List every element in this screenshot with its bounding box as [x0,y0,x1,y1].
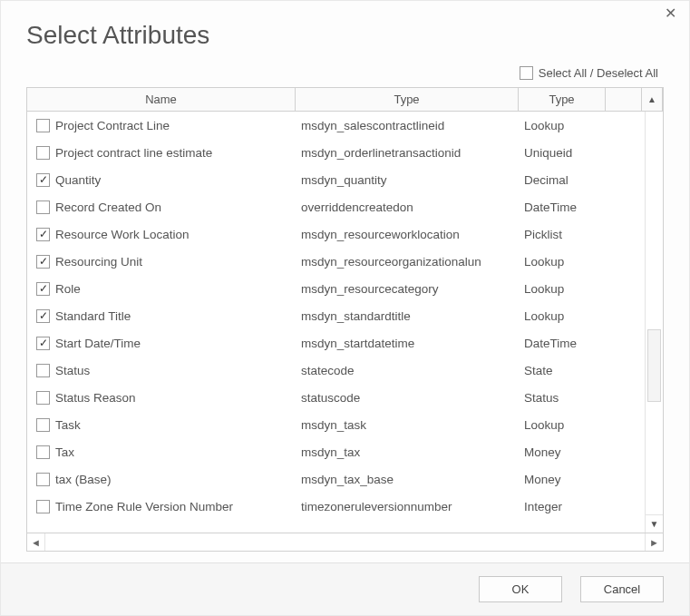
table-row[interactable]: Taxmsdyn_taxMoney [27,438,645,465]
vertical-scrollbar[interactable]: ▼ [645,112,663,533]
table-row[interactable]: Project Contract Linemsdyn_salescontract… [27,112,645,139]
row-type2: Lookup [519,255,606,269]
row-name-label: Task [55,418,81,432]
row-name-label: Resource Work Location [55,228,190,241]
row-type2: Integer [519,500,606,513]
row-type1: msdyn_resourceworklocation [296,228,519,241]
scroll-down-button[interactable]: ▼ [646,514,663,533]
row-checkbox[interactable] [36,255,50,269]
row-checkbox[interactable] [36,337,50,350]
scroll-right-button[interactable]: ► [645,533,663,551]
row-type2: DateTime [519,337,606,350]
row-name-label: Record Created On [55,200,161,214]
row-type1: overriddencreatedon [296,200,519,214]
table-row[interactable]: tax (Base)msdyn_tax_baseMoney [27,465,645,493]
row-type1: statuscode [296,391,519,405]
dialog-title: Select Attributes [1,1,689,63]
row-checkbox[interactable] [36,146,50,160]
select-all-row: Select All / Deselect All [1,63,689,87]
table-row[interactable]: Project contract line estimatemsdyn_orde… [27,139,645,166]
dialog-footer: OK Cancel [1,562,689,615]
row-type2: Lookup [519,282,606,296]
row-name-label: Role [55,282,81,296]
table-row[interactable]: Time Zone Rule Version Numbertimezonerul… [27,493,645,520]
row-type2: Lookup [519,309,606,323]
table-row[interactable]: Resourcing Unitmsdyn_resourceorganizatio… [27,248,645,275]
row-type1: msdyn_tax [296,445,519,459]
row-name-label: Standard Title [55,309,131,323]
row-type1: timezoneruleversionnumber [296,500,519,513]
row-type1: msdyn_quantity [296,173,519,187]
row-checkbox[interactable] [36,364,50,377]
row-name-label: Resourcing Unit [55,255,142,269]
row-type1: statecode [296,364,519,377]
table-row[interactable]: Start Date/Timemsdyn_startdatetimeDateTi… [27,329,645,357]
table-row[interactable]: Rolemsdyn_resourcecategoryLookup [27,275,645,302]
row-checkbox[interactable] [36,309,50,323]
row-name-label: Time Zone Rule Version Number [55,500,233,513]
ok-button[interactable]: OK [479,576,562,602]
row-type1: msdyn_startdatetime [296,337,519,350]
row-type1: msdyn_orderlinetransactionid [296,146,519,160]
table-row[interactable]: Standard Titlemsdyn_standardtitleLookup [27,302,645,329]
scroll-left-button[interactable]: ◄ [27,533,45,551]
grid-body: Project Contract Linemsdyn_salescontract… [27,112,663,533]
row-type2: Uniqueid [519,146,606,160]
row-checkbox[interactable] [36,391,50,405]
select-attributes-dialog: ✕ Select Attributes Select All / Deselec… [0,0,690,616]
horizontal-scrollbar[interactable]: ◄ ► [27,533,663,551]
row-checkbox[interactable] [36,445,50,459]
row-type1: msdyn_resourceorganizationalun [296,255,519,269]
grid-rows: Project Contract Linemsdyn_salescontract… [27,112,645,533]
row-checkbox[interactable] [36,500,50,513]
row-checkbox[interactable] [36,200,50,214]
row-name-label: Project contract line estimate [55,146,212,160]
scroll-up-button[interactable]: ▲ [642,88,663,111]
row-type2: Money [519,473,606,486]
row-type2: Status [519,391,606,405]
row-checkbox[interactable] [36,418,50,432]
row-name-label: Project Contract Line [55,119,170,132]
row-checkbox[interactable] [36,282,50,296]
column-header-type2[interactable]: Type [519,88,606,111]
select-all-label: Select All / Deselect All [539,66,658,80]
row-type2: Lookup [519,119,606,132]
row-checkbox[interactable] [36,119,50,132]
row-type1: msdyn_task [296,418,519,432]
table-row[interactable]: Taskmsdyn_taskLookup [27,411,645,438]
row-type1: msdyn_resourcecategory [296,282,519,296]
cancel-button[interactable]: Cancel [580,576,664,602]
table-row[interactable]: StatusstatecodeState [27,357,645,384]
row-name-label: Start Date/Time [55,337,141,350]
column-header-name[interactable]: Name [27,88,296,111]
attributes-grid: Name Type Type ▲ Project Contract Linems… [26,87,664,552]
column-header-type1[interactable]: Type [296,88,519,111]
row-type2: Picklist [519,228,606,241]
select-all-checkbox[interactable] [520,66,533,80]
table-row[interactable]: Status ReasonstatuscodeStatus [27,384,645,411]
row-type1: msdyn_salescontractlineid [296,119,519,132]
row-name-label: tax (Base) [55,473,112,486]
vertical-scroll-thumb[interactable] [647,329,661,402]
row-name-label: Quantity [55,173,101,187]
table-row[interactable]: Record Created OnoverriddencreatedonDate… [27,193,645,220]
row-type1: msdyn_standardtitle [296,309,519,323]
row-type2: Money [519,445,606,459]
row-type2: Decimal [519,173,606,187]
row-type2: State [519,364,606,377]
row-checkbox[interactable] [36,473,50,486]
row-name-label: Status Reason [55,391,136,405]
row-type2: Lookup [519,418,606,432]
row-type2: DateTime [519,200,606,214]
table-row[interactable]: Quantitymsdyn_quantityDecimal [27,166,645,193]
table-row[interactable]: Resource Work Locationmsdyn_resourcework… [27,220,645,248]
row-name-label: Tax [55,445,74,459]
row-checkbox[interactable] [36,228,50,241]
column-header-spacer [606,88,642,111]
row-checkbox[interactable] [36,173,50,187]
row-name-label: Status [55,364,90,377]
row-type1: msdyn_tax_base [296,473,519,486]
close-icon[interactable]: ✕ [665,6,676,21]
grid-header: Name Type Type ▲ [27,88,663,112]
